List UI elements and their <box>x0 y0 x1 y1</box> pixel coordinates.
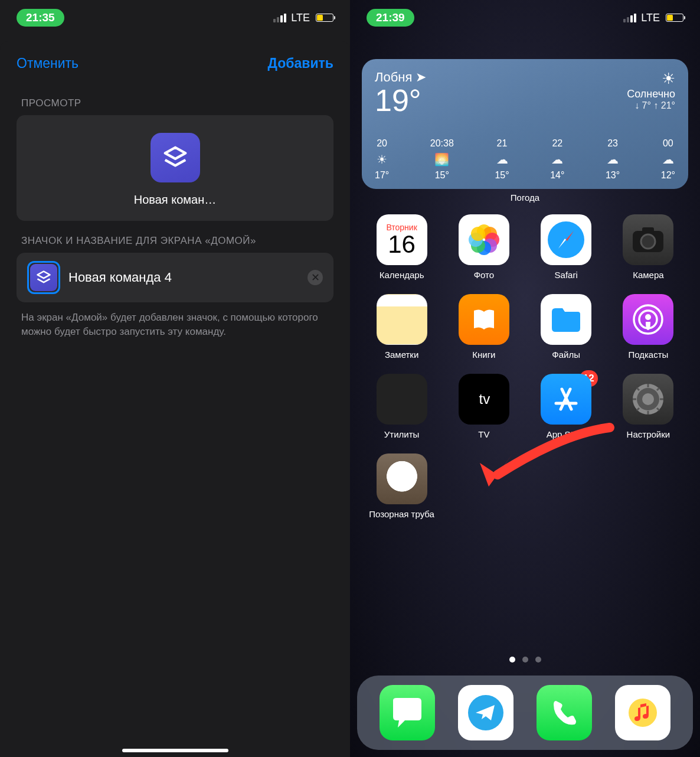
hourly-forecast: 20:38🌅15° <box>430 138 454 181</box>
app-custom-shortcut[interactable]: Позорная труба <box>363 453 440 519</box>
status-time: 21:39 <box>367 9 414 27</box>
tv-icon: tv <box>459 374 509 425</box>
signal-icon <box>273 14 286 22</box>
preview-section-label: ПРОСМОТР <box>0 83 350 115</box>
app-messages[interactable] <box>380 685 435 740</box>
app-telegram[interactable] <box>458 685 513 740</box>
signal-icon <box>623 14 636 22</box>
shortcut-icon <box>151 133 200 182</box>
custom-shortcut-icon <box>377 453 427 504</box>
icon-name-section-label: ЗНАЧОК И НАЗВАНИЕ ДЛЯ ЭКРАНА «ДОМОЙ» <box>0 221 350 253</box>
status-indicators: LTE <box>273 12 333 24</box>
svg-point-7 <box>471 227 485 241</box>
shortcut-name-row: ✕ <box>17 253 333 302</box>
status-indicators: LTE <box>623 12 683 24</box>
calendar-date: 16 <box>388 232 416 257</box>
status-bar: 21:39 LTE <box>350 0 700 35</box>
weather-hour-icon: ☁ <box>606 152 620 167</box>
status-bar: 21:35 LTE <box>0 0 350 35</box>
hourly-forecast: 22☁14° <box>550 138 564 181</box>
svg-point-14 <box>645 314 651 320</box>
photos-icon <box>459 214 509 265</box>
weather-temp: 19° <box>375 85 426 116</box>
app-camera[interactable]: Камера <box>610 214 687 280</box>
weather-widget-label: Погода <box>350 192 700 203</box>
weather-range: ↓ 7° ↑ 21° <box>627 100 675 111</box>
weather-condition: Солнечно <box>627 88 675 100</box>
modal-nav: Отменить Добавить <box>0 41 350 83</box>
weather-widget[interactable]: Лобня ➤ 19° ☀ Солнечно ↓ 7° ↑ 21° 20☀17°… <box>362 59 688 189</box>
app-tv[interactable]: tv TV <box>445 374 522 439</box>
app-phone[interactable] <box>537 685 592 740</box>
app-files[interactable]: Файлы <box>528 294 605 360</box>
podcasts-icon <box>623 294 673 345</box>
shortcut-name-input[interactable] <box>68 270 299 285</box>
folder-icon <box>377 374 427 425</box>
cancel-button[interactable]: Отменить <box>17 56 78 71</box>
safari-icon <box>541 214 591 265</box>
hourly-forecast: 23☁13° <box>606 138 620 181</box>
app-photos[interactable]: Фото <box>445 214 522 280</box>
weather-hour-icon: ☁ <box>495 152 509 167</box>
svg-point-19 <box>629 699 657 727</box>
weather-hour-icon: 🌅 <box>430 152 454 167</box>
app-utilities-folder[interactable]: Утилиты <box>363 374 440 439</box>
preview-shortcut-name: Новая коман… <box>28 193 322 207</box>
app-books[interactable]: Книги <box>445 294 522 360</box>
sun-icon: ☀ <box>627 70 675 88</box>
app-yandex-music[interactable] <box>615 685 670 740</box>
app-appstore[interactable]: 12 App Store <box>528 374 605 439</box>
app-safari[interactable]: Safari <box>528 214 605 280</box>
files-icon <box>541 294 591 345</box>
status-time: 21:35 <box>17 9 64 27</box>
app-settings[interactable]: Настройки <box>610 374 687 439</box>
add-button[interactable]: Добавить <box>268 56 333 71</box>
dock <box>357 676 693 750</box>
clear-input-icon[interactable]: ✕ <box>308 270 323 285</box>
battery-icon <box>316 14 333 22</box>
svg-point-17 <box>642 393 654 405</box>
shortcut-icon-picker[interactable] <box>27 261 60 294</box>
hourly-forecast: 00☁12° <box>661 138 675 181</box>
svg-rect-10 <box>642 227 654 233</box>
app-podcasts[interactable]: Подкасты <box>610 294 687 360</box>
app-calendar[interactable]: Вторник16 Календарь <box>363 214 440 280</box>
battery-icon <box>666 14 683 22</box>
app-notes[interactable]: Заметки <box>363 294 440 360</box>
weather-hour-icon: ☁ <box>550 152 564 167</box>
preview-card: Новая коман… <box>17 115 333 221</box>
page-indicator[interactable] <box>509 657 541 663</box>
camera-icon <box>623 214 673 265</box>
books-icon <box>459 294 509 345</box>
weather-hour-icon: ☁ <box>661 152 675 167</box>
hourly-forecast: 21☁15° <box>495 138 509 181</box>
notes-icon <box>377 294 427 345</box>
svg-point-11 <box>641 234 655 249</box>
shortcut-hint-text: На экран «Домой» будет добавлен значок, … <box>0 302 350 347</box>
network-label: LTE <box>641 12 660 24</box>
home-indicator[interactable] <box>122 749 228 752</box>
network-label: LTE <box>291 12 310 24</box>
weather-hour-icon: ☀ <box>375 152 389 167</box>
appstore-icon <box>541 374 591 425</box>
settings-icon <box>623 374 673 425</box>
hourly-forecast: 20☀17° <box>375 138 389 181</box>
